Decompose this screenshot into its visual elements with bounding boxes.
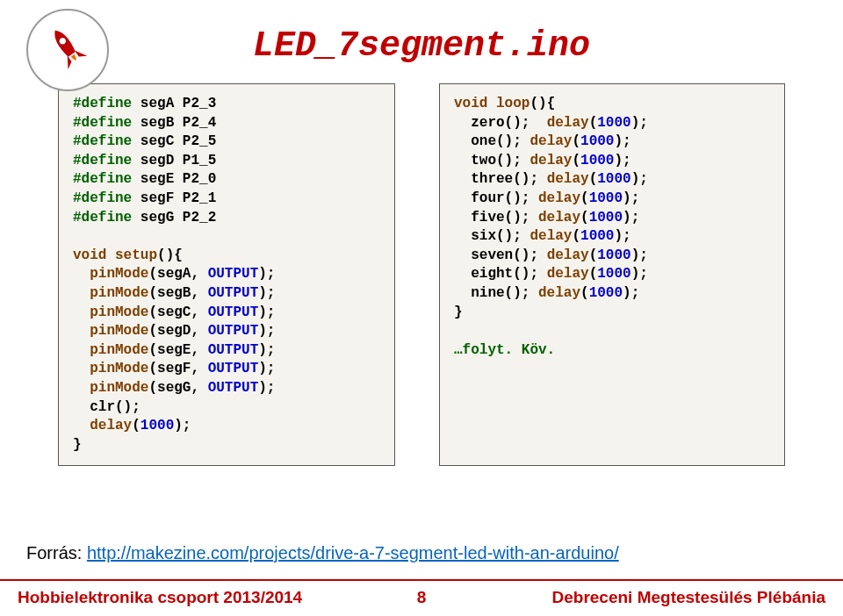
source-link[interactable]: http://makezine.com/projects/drive-a-7-s… (87, 543, 619, 562)
source-label: Forrás: (26, 543, 87, 562)
rocket-logo (26, 9, 114, 97)
code-box-loop: void loop(){ zero(); delay(1000); one();… (439, 83, 785, 466)
footer-right: Debreceni Megtestesülés Plébánia (426, 588, 825, 607)
footer-left: Hobbielektronika csoport 2013/2014 (18, 588, 417, 607)
slide-title: LED_7segment.ino (0, 0, 843, 66)
footer-page-number: 8 (417, 588, 427, 607)
code-area: #define segA P2_3 #define segB P2_4 #def… (0, 83, 843, 466)
code-box-setup: #define segA P2_3 #define segB P2_4 #def… (58, 83, 395, 466)
source-line: Forrás: http://makezine.com/projects/dri… (26, 543, 619, 563)
footer-bar: Hobbielektronika csoport 2013/2014 8 Deb… (0, 579, 843, 616)
